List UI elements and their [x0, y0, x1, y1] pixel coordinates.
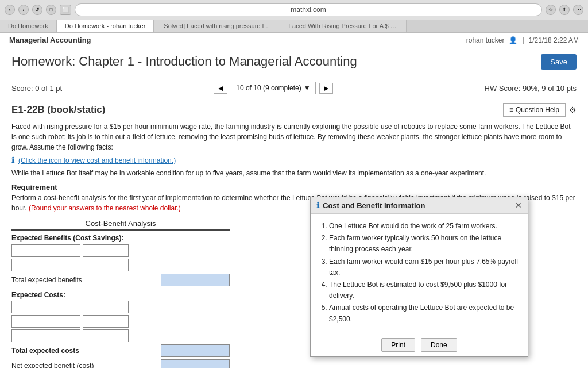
progress-text: 10 of 10 (9 complete) — [236, 84, 301, 92]
assumption-text: While the Lettuce Bot itself may be in w… — [11, 168, 577, 178]
done-button[interactable]: Done — [421, 338, 457, 352]
round-note: (Round your answers to the nearest whole… — [29, 204, 181, 212]
cost-input-2a[interactable] — [11, 315, 80, 328]
requirement-label: Requirement — [11, 183, 577, 191]
page-content: Homework: Chapter 1 - Introduction to Ma… — [0, 47, 588, 368]
back-button[interactable]: ‹ — [5, 5, 15, 15]
question-title: E1-22B (book/static) — [11, 104, 105, 116]
modal-title: Cost and Benefit Information — [323, 201, 425, 210]
question-help-label: Question Help — [516, 106, 559, 114]
benefit-input-1a[interactable] — [11, 244, 80, 257]
modal-body: One Lettuce Bot would do the work of 25 … — [311, 214, 528, 333]
browser-toolbar: ‹ › ↺ □ ⬜ mathxl.com ☆ ⬆ ⋯ — [0, 0, 588, 20]
cost-row-3 — [11, 329, 230, 342]
benefit-input-1b[interactable] — [83, 244, 129, 257]
score-text: Score: 0 of 1 pt — [11, 84, 62, 93]
refresh-button[interactable]: ↺ — [32, 5, 42, 15]
hw-score-text: HW Score: 90%, 9 of 10 pts — [485, 84, 577, 93]
total-benefits-row: Total expected benefits — [11, 274, 230, 286]
net-row: Net expected benefit (cost) — [11, 359, 230, 368]
url-text: mathxl.com — [291, 6, 326, 14]
cost-row-1 — [11, 301, 230, 313]
user-info: rohan tucker 👤 | 1/21/18 2:22 AM — [466, 36, 579, 44]
address-bar[interactable]: mathxl.com — [75, 3, 542, 16]
cost-input-2b[interactable] — [83, 315, 129, 328]
modal-info-icon: ℹ — [316, 201, 319, 210]
browser-tabs: Do Homework Do Homework - rohan tucker [… — [0, 20, 588, 33]
tab-4[interactable]: Faced With Rising Pressure For A $ 16818… — [280, 20, 407, 32]
info-icon: ℹ — [11, 156, 14, 164]
benefit-row-1 — [11, 244, 230, 257]
modal-item-3: Each farm worker would earn $15 per hour… — [329, 256, 520, 278]
homework-title: Homework: Chapter 1 - Introduction to Ma… — [11, 54, 357, 69]
total-costs-label: Total expected costs — [11, 347, 158, 355]
modal-item-5: Annual costs of operating the Lettuce Bo… — [329, 302, 520, 324]
total-benefits-label: Total expected benefits — [11, 276, 158, 284]
modal-list: One Lettuce Bot would do the work of 25 … — [319, 221, 520, 325]
modal-header: ℹ Cost and Benefit Information — ✕ — [311, 197, 528, 214]
app-header: Managerial Accounting rohan tucker 👤 | 1… — [0, 33, 588, 47]
expected-benefits-label: Expected Benefits (Cost Savings): — [11, 234, 230, 242]
tab-3[interactable]: [Solved] Faced with rising pressure for … — [154, 20, 280, 32]
username: rohan tucker — [466, 36, 505, 44]
modal-controls: — ✕ — [504, 201, 522, 210]
dropdown-arrow: ▼ — [304, 84, 311, 92]
info-link[interactable]: (Click the icon to view cost and benefit… — [18, 156, 176, 164]
modal-title-area: ℹ Cost and Benefit Information — [316, 201, 425, 210]
benefit-row-2 — [11, 259, 230, 271]
question-help-button[interactable]: ≡ Question Help — [503, 103, 566, 117]
modal-item-1: One Lettuce Bot would do the work of 25 … — [329, 221, 520, 232]
app-title: Managerial Accounting — [9, 36, 91, 44]
datetime: 1/21/18 2:22 AM — [529, 36, 579, 44]
browser-chrome: ‹ › ↺ □ ⬜ mathxl.com ☆ ⬆ ⋯ Do Homework D… — [0, 0, 588, 33]
list-icon: ≡ — [509, 106, 513, 114]
next-question-button[interactable]: ▶ — [319, 83, 333, 94]
cost-benefit-modal: ℹ Cost and Benefit Information — ✕ One L… — [310, 197, 528, 357]
tab-1[interactable]: Do Homework — [0, 20, 57, 32]
tab-button[interactable]: ⬜ — [60, 5, 71, 15]
menu-button[interactable]: ⋯ — [573, 5, 583, 15]
total-costs-row: Total expected costs — [11, 344, 230, 357]
net-label: Net expected benefit (cost) — [11, 362, 158, 368]
expected-costs-label: Expected Costs: — [11, 291, 230, 299]
print-button[interactable]: Print — [381, 338, 415, 352]
share-button[interactable]: ⬆ — [559, 5, 570, 15]
forward-button[interactable]: › — [18, 5, 29, 15]
cost-row-2 — [11, 315, 230, 328]
modal-close-button[interactable]: ✕ — [515, 201, 522, 210]
question-text-1: Faced with rising pressure for a $15 per… — [11, 121, 577, 152]
modal-footer: Print Done — [311, 333, 528, 356]
separator: | — [522, 36, 524, 44]
score-nav: ◀ 10 of 10 (9 complete) ▼ ▶ — [214, 82, 332, 94]
bookmark-button[interactable]: ☆ — [546, 5, 556, 15]
score-bar: Score: 0 of 1 pt ◀ 10 of 10 (9 complete)… — [11, 78, 577, 98]
save-button[interactable]: Save — [541, 54, 577, 70]
tab-2[interactable]: Do Homework - rohan tucker — [57, 20, 154, 32]
cost-input-1b[interactable] — [83, 301, 129, 313]
cost-input-1a[interactable] — [11, 301, 80, 313]
home-button[interactable]: □ — [46, 5, 56, 15]
total-costs-input[interactable] — [161, 344, 230, 357]
user-icon: 👤 — [509, 36, 517, 44]
modal-item-4: The Lettuce Bot is estimated to cost $9,… — [329, 279, 520, 301]
settings-icon[interactable]: ⚙ — [569, 105, 577, 114]
prev-question-button[interactable]: ◀ — [214, 83, 227, 94]
table-title: Cost-Benefit Analysis — [11, 219, 230, 231]
benefit-input-2b[interactable] — [83, 259, 129, 271]
modal-item-2: Each farm worker typically works 50 hour… — [329, 233, 520, 255]
cost-input-3b[interactable] — [83, 329, 129, 342]
progress-dropdown[interactable]: 10 of 10 (9 complete) ▼ — [231, 82, 315, 94]
benefit-input-2a[interactable] — [11, 259, 80, 271]
cost-benefit-table: Cost-Benefit Analysis Expected Benefits … — [11, 219, 230, 368]
question-header: E1-22B (book/static) ≡ Question Help ⚙ — [11, 103, 577, 117]
total-benefits-input[interactable] — [161, 274, 230, 286]
cost-input-3a[interactable] — [11, 329, 80, 342]
modal-minimize-button[interactable]: — — [504, 201, 512, 210]
net-input[interactable] — [161, 359, 230, 368]
